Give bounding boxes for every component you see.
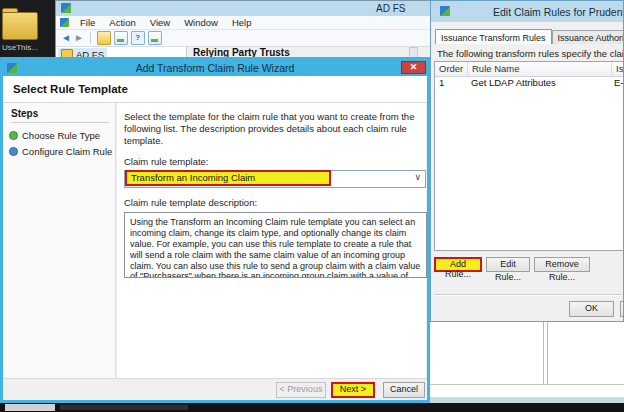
steps-title: Steps	[11, 108, 38, 119]
edit-dialog-titlebar[interactable]: Edit Claim Rules for Prudential Q	[431, 1, 623, 22]
claim-rule-template-label: Claim rule template:	[124, 156, 418, 167]
screen: UseThis... AD FS File Action View Window…	[0, 0, 624, 412]
steps-panel: Steps Choose Rule Type Configure Claim R…	[3, 103, 116, 378]
col-order[interactable]: Order	[435, 62, 468, 76]
edit-rule-button[interactable]: Edit Rule...	[486, 257, 530, 272]
tab-issuance-authorization-rules[interactable]: Issuance Authorization Rules	[552, 30, 624, 44]
rule-buttons-row: Add Rule... Edit Rule... Remove Rule...	[431, 257, 623, 273]
desktop-folder-label: UseThis...	[0, 43, 52, 52]
wizard-intro-text: Select the template for the claim rule t…	[124, 111, 422, 147]
tab-strip: Issuance Transform Rules Issuance Author…	[435, 28, 624, 44]
menu-window[interactable]: Window	[177, 17, 225, 28]
step-label: Choose Rule Type	[22, 130, 100, 141]
wizard-header: Select Rule Template	[3, 76, 427, 103]
table-row[interactable]: 1 Get LDAP Attributes E-Mail Addre	[435, 77, 624, 90]
desktop-folder-icon-body[interactable]	[2, 12, 38, 40]
wizard-heading: Select Rule Template	[13, 83, 128, 95]
previous-button[interactable]: < Previous	[276, 382, 326, 398]
window-title: AD FS	[376, 3, 405, 14]
template-description-label: Claim rule template description:	[124, 197, 418, 208]
forward-icon[interactable]: ►	[74, 32, 84, 44]
cell-issued-claim: E-Mail Addre	[610, 77, 624, 90]
taskbar-item[interactable]	[5, 404, 55, 411]
step-active-dot-icon	[9, 131, 18, 140]
col-rule-name[interactable]: Rule Name	[468, 62, 612, 76]
steps-divider	[11, 122, 109, 123]
template-description-box: Using the Transform an Incoming Claim ru…	[124, 212, 427, 278]
taskbar[interactable]	[0, 403, 624, 412]
dialog-separator	[434, 294, 622, 296]
close-icon[interactable]: ✕	[401, 61, 426, 74]
add-rule-button[interactable]: Add Rule...	[434, 257, 482, 272]
menu-action[interactable]: Action	[102, 17, 142, 28]
menu-view[interactable]: View	[143, 17, 177, 28]
edit-claim-rules-dialog: Edit Claim Rules for Prudential Q Issuan…	[430, 0, 624, 322]
back-icon[interactable]: ◄	[61, 32, 71, 44]
cancel-button[interactable]: Cancel	[383, 382, 425, 398]
taskbar-item[interactable]	[60, 405, 188, 410]
edit-dialog-title: Edit Claim Rules for Prudential Q	[493, 6, 624, 18]
pane-divider	[547, 322, 548, 385]
remove-rule-button[interactable]: Remove Rule...	[534, 257, 590, 272]
dialog-description: The following transform rules specify th…	[437, 48, 624, 59]
adfs-app-icon	[61, 3, 71, 13]
adfs-app-icon-small	[60, 18, 69, 27]
partial-button[interactable]	[620, 301, 624, 317]
menu-file[interactable]: File	[73, 17, 102, 28]
rules-table-header: Order Rule Name Issued Claim	[435, 62, 624, 77]
cell-order: 1	[435, 77, 467, 90]
claim-rule-template-select[interactable]: Transform an Incoming Claim ∨	[124, 170, 426, 188]
next-button[interactable]: Next >	[331, 382, 375, 398]
step-choose-rule-type[interactable]: Choose Rule Type	[9, 130, 100, 141]
step-pending-dot-icon	[9, 147, 18, 156]
add-transform-claim-rule-wizard: Add Transform Claim Rule Wizard ✕ Select…	[0, 57, 430, 403]
help-icon[interactable]: ?	[131, 31, 145, 45]
pane-divider	[543, 322, 544, 385]
ok-button[interactable]: OK	[569, 301, 614, 317]
selected-template-highlighted: Transform an Incoming Claim	[125, 170, 331, 186]
wizard-footer: < Previous Next > Cancel	[3, 378, 427, 400]
pane-edge	[430, 384, 624, 385]
show-actions-pane-icon[interactable]	[148, 31, 162, 45]
cell-rule-name: Get LDAP Attributes	[467, 77, 610, 90]
wizard-title: Add Transform Claim Rule Wizard	[3, 62, 427, 74]
tab-issuance-transform-rules[interactable]: Issuance Transform Rules	[435, 29, 552, 44]
step-configure-claim-rule[interactable]: Configure Claim Rule	[9, 146, 112, 157]
toolbar-separator	[90, 32, 91, 44]
menu-help[interactable]: Help	[225, 17, 259, 28]
show-console-tree-icon[interactable]	[114, 31, 128, 45]
background-pane	[430, 322, 624, 397]
wizard-titlebar[interactable]: Add Transform Claim Rule Wizard ✕	[3, 60, 427, 76]
adfs-dialog-icon	[440, 6, 450, 16]
rules-table: Order Rule Name Issued Claim 1 Get LDAP …	[434, 61, 624, 251]
wizard-content: Select the template for the claim rule t…	[117, 103, 426, 378]
col-issued-claim[interactable]: Issued Claim	[612, 62, 624, 76]
export-icon[interactable]	[97, 31, 111, 45]
step-label: Configure Claim Rule	[22, 146, 112, 157]
chevron-down-icon: ∨	[414, 172, 421, 182]
